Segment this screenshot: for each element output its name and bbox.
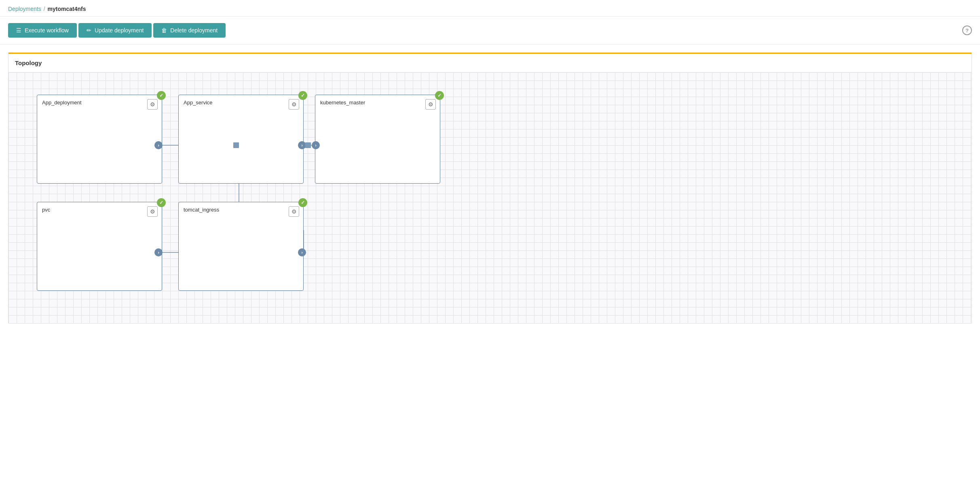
square-connector-mid bbox=[233, 142, 239, 148]
node-app-deployment-check: ✓ bbox=[157, 91, 166, 100]
node-tomcat-ingress-gear[interactable]: ⚙ bbox=[289, 206, 299, 217]
execute-workflow-label: Execute workflow bbox=[25, 27, 69, 34]
breadcrumb: Deployments / mytomcat4nfs bbox=[0, 0, 980, 17]
topology-title: Topology bbox=[15, 59, 42, 66]
node-app-service-gear[interactable]: ⚙ bbox=[289, 99, 299, 110]
node-tomcat-ingress[interactable]: tomcat_ingress ⚙ ✓ bbox=[178, 202, 304, 291]
update-deployment-button[interactable]: ✏ Update deployment bbox=[78, 23, 152, 38]
node-app-deployment[interactable]: App_deployment ⚙ ✓ bbox=[37, 95, 162, 184]
topology-panel: Topology App_deployment ⚙ ✓ bbox=[8, 53, 972, 324]
topology-header: Topology bbox=[8, 54, 972, 72]
trash-icon: 🗑 bbox=[161, 27, 167, 34]
arrow-port-app-service-left: › bbox=[154, 141, 163, 149]
arrow-port-pvc-right: › bbox=[154, 248, 163, 256]
arrow-port-km-right: › bbox=[312, 141, 320, 149]
node-pvc-gear[interactable]: ⚙ bbox=[147, 206, 158, 217]
breadcrumb-parent[interactable]: Deployments bbox=[8, 6, 41, 12]
node-app-service-check: ✓ bbox=[298, 91, 307, 100]
toolbar: ☰ Execute workflow ✏ Update deployment 🗑… bbox=[0, 17, 980, 44]
breadcrumb-current: mytomcat4nfs bbox=[48, 6, 86, 12]
node-app-service-label: App_service bbox=[184, 100, 213, 106]
help-button[interactable]: ? bbox=[962, 25, 972, 35]
node-pvc-check: ✓ bbox=[157, 198, 166, 207]
node-kubernetes-master-gear[interactable]: ⚙ bbox=[425, 99, 436, 110]
arrow-port-tomcat-right: › bbox=[298, 248, 306, 256]
update-deployment-label: Update deployment bbox=[95, 27, 144, 34]
node-tomcat-ingress-label: tomcat_ingress bbox=[184, 207, 219, 213]
execute-workflow-button[interactable]: ☰ Execute workflow bbox=[8, 23, 77, 38]
node-app-service[interactable]: App_service ⚙ ✓ bbox=[178, 95, 304, 184]
node-app-deployment-label: App_deployment bbox=[42, 100, 82, 106]
delete-deployment-label: Delete deployment bbox=[170, 27, 218, 34]
node-app-deployment-gear[interactable]: ⚙ bbox=[147, 99, 158, 110]
node-tomcat-ingress-check: ✓ bbox=[298, 198, 307, 207]
edit-icon: ✏ bbox=[87, 27, 91, 34]
square-connector-km bbox=[305, 142, 311, 148]
node-pvc-label: pvc bbox=[42, 207, 50, 213]
node-pvc[interactable]: pvc ⚙ ✓ bbox=[37, 202, 162, 291]
breadcrumb-separator: / bbox=[44, 6, 45, 12]
node-kubernetes-master[interactable]: kubernetes_master ⚙ ✓ bbox=[315, 95, 440, 184]
delete-deployment-button[interactable]: 🗑 Delete deployment bbox=[153, 23, 226, 38]
topology-canvas[interactable]: App_deployment ⚙ ✓ App_service ⚙ ✓ kuber… bbox=[8, 72, 972, 323]
menu-icon: ☰ bbox=[16, 27, 21, 34]
node-kubernetes-master-label: kubernetes_master bbox=[320, 100, 365, 106]
arrow-port-app-service-right: › bbox=[298, 141, 306, 149]
node-kubernetes-master-check: ✓ bbox=[435, 91, 444, 100]
